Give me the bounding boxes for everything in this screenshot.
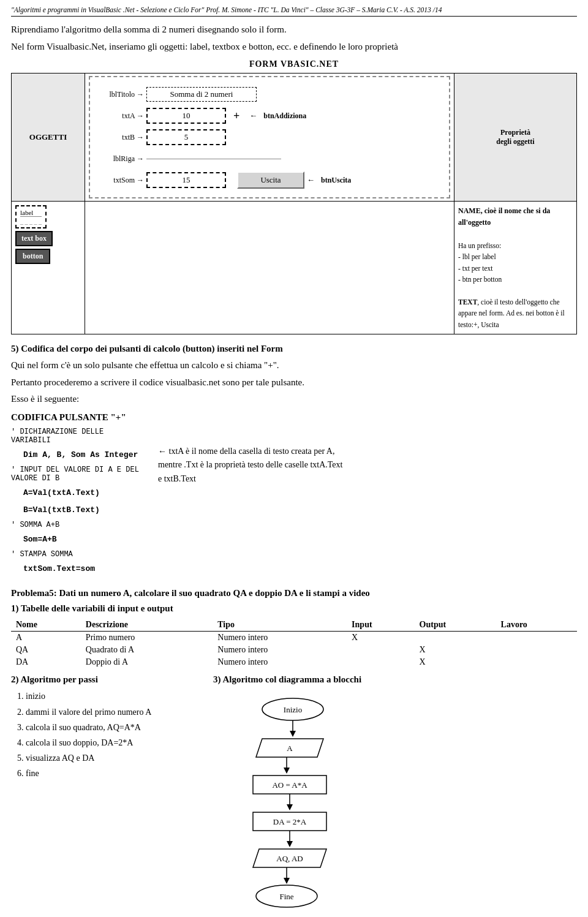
arrow-left-add: ← bbox=[249, 111, 257, 121]
form-row-riga: lblRiga → bbox=[95, 149, 444, 168]
btn-uscita-label: btnUscita bbox=[321, 176, 351, 185]
svg-marker-15 bbox=[287, 841, 293, 847]
plus-sign: + bbox=[233, 110, 239, 123]
lbl-titolo-box: Somma di 2 numeri bbox=[146, 87, 257, 102]
section5-line3: Esso è il seguente: bbox=[11, 392, 577, 406]
var-qa-desc: Quadrato di A bbox=[81, 644, 213, 656]
code-line1: Dim A, B, Som As Integer bbox=[23, 448, 146, 462]
var-da-desc: Doppio di A bbox=[81, 656, 213, 668]
page-header: "Algoritmi e programmi in VisualBasic .N… bbox=[11, 6, 577, 17]
col-tipo: Tipo bbox=[213, 619, 347, 632]
section5: 5) Codifica del corpo dei pulsanti di ca… bbox=[11, 342, 577, 406]
table-row: DA Doppio di A Numero intero X bbox=[11, 656, 577, 668]
svg-marker-3 bbox=[290, 731, 296, 737]
obj-label-dashed: label _ _ _ _ _ bbox=[15, 205, 47, 228]
code-line5: txtSom.Text=som bbox=[23, 562, 146, 576]
problem5-title: Problema5: Dati un numero A, calcolare i… bbox=[11, 588, 577, 598]
var-a-nome: A bbox=[11, 632, 81, 644]
section5-line1: Qui nel form c'è un solo pulsante che ef… bbox=[11, 358, 577, 372]
svg-marker-19 bbox=[284, 878, 290, 884]
col-lavoro: Lavoro bbox=[496, 619, 577, 632]
code-comment4: ' STAMPA SOMMA bbox=[11, 550, 146, 559]
oggetti-header: OGGETTI bbox=[12, 74, 85, 202]
var-a-desc: Primo numero bbox=[81, 632, 213, 644]
codifica-code: ' DICHIARAZIONE DELLE VARIABILI Dim A, B… bbox=[11, 428, 146, 579]
intro-line2: Nel form Visualbasic.Net, inseriamo gli … bbox=[11, 40, 577, 54]
prop-prefix-title: Ha un prefisso: bbox=[458, 240, 573, 251]
var-qa-input bbox=[347, 644, 414, 656]
codifica-title: CODIFICA PULSANTE "+" bbox=[11, 412, 577, 423]
table-row: A Primo numero Numero intero X bbox=[11, 632, 577, 644]
prop-text-title: TEXT, cioè il testo dell'oggetto che app… bbox=[458, 296, 573, 330]
prop-prefix-txt: - txt per text bbox=[458, 263, 573, 274]
codifica-section: CODIFICA PULSANTE "+" ' DICHIARAZIONE DE… bbox=[11, 412, 577, 579]
svg-text:AO = A*A: AO = A*A bbox=[272, 780, 307, 790]
algo-steps-section: 2) Algoritmo per passi 1. inizio 2. damm… bbox=[11, 674, 195, 917]
explain-line4: e txtB.Text bbox=[158, 472, 577, 486]
obj-button: botton bbox=[15, 249, 50, 264]
form-table-title: FORM VBASIC.NET bbox=[11, 59, 577, 69]
obj-textbox: text box bbox=[15, 231, 53, 246]
col-output: Output bbox=[415, 619, 496, 632]
lblriga-name: lblRiga → bbox=[95, 154, 144, 164]
var-da-input bbox=[347, 656, 414, 668]
var-da-output: X bbox=[415, 656, 496, 668]
txtsom-box: 15 bbox=[146, 172, 226, 188]
txtb-name: txtB → bbox=[95, 133, 144, 142]
explain-line2: ← txtA è il nome della casella di testo … bbox=[158, 445, 577, 458]
obj-label-inner2: _ _ _ _ _ bbox=[20, 218, 42, 225]
obj-label-inner: label bbox=[20, 209, 42, 217]
step-3: 3. calcola il suo quadrato, AQ=A*A bbox=[17, 720, 195, 735]
svg-text:Fine: Fine bbox=[279, 892, 293, 901]
section1-title: 1) Tabelle delle variabili di input e ou… bbox=[11, 603, 577, 614]
form-properties-table: OGGETTI lblTitolo → Somma di 2 numeri tx… bbox=[11, 73, 577, 334]
var-a-tipo: Numero intero bbox=[213, 632, 347, 644]
txtsom-name: txtSom → bbox=[95, 176, 144, 185]
flowchart-section: 3) Algoritmo col diagramma a blocchi Ini… bbox=[213, 674, 577, 917]
codifica-body: ' DICHIARAZIONE DELLE VARIABILI Dim A, B… bbox=[11, 428, 577, 579]
section5-line2: Pertanto procederemo a scrivere il codic… bbox=[11, 375, 577, 390]
form-visual: lblTitolo → Somma di 2 numeri txtA → 10 … bbox=[89, 76, 450, 198]
col-nome: Nome bbox=[11, 619, 81, 632]
flowchart-diagram: Inizio A AO = A*A bbox=[213, 691, 577, 917]
steps-list: 1. inizio 2. dammi il valore del primo n… bbox=[17, 689, 195, 781]
section3-title: 3) Algoritmo col diagramma a blocchi bbox=[213, 674, 577, 685]
section-variables: 1) Tabelle delle variabili di input e ou… bbox=[11, 603, 577, 668]
prop-name-title: NAME, cioè il nome che si da all'oggetto bbox=[458, 205, 573, 228]
code-line4-left: Som=A+B bbox=[23, 533, 146, 546]
form-table-section: FORM VBASIC.NET OGGETTI lblTitolo → Somm… bbox=[11, 59, 577, 334]
var-qa-output: X bbox=[415, 644, 496, 656]
svg-marker-7 bbox=[284, 768, 290, 774]
txta-box: 10 bbox=[146, 108, 226, 124]
btn-uscita-box[interactable]: Uscita bbox=[237, 172, 304, 189]
code-line3-left: B=Val(txtB.Text) bbox=[23, 504, 146, 517]
form-visual-cell: lblTitolo → Somma di 2 numeri txtA → 10 … bbox=[85, 74, 454, 202]
codifica-explanation: ← txtA è il nome della casella di testo … bbox=[158, 428, 577, 579]
svg-text:A: A bbox=[287, 744, 293, 753]
form-row-txtsom: txtSom → 15 Uscita ← btnUscita bbox=[95, 171, 444, 189]
props-content-cell: NAME, cioè il nome che si da all'oggetto… bbox=[454, 202, 577, 334]
form-row-txta: txtA → 10 + ← btnAddiziona bbox=[95, 107, 444, 125]
step-5: 5. visualizza AQ e DA bbox=[17, 750, 195, 766]
intro-section: Riprendiamo l'algoritmo della somma di 2… bbox=[11, 23, 577, 53]
table-row: QA Quadrato di A Numero intero X bbox=[11, 644, 577, 656]
svg-text:Inizio: Inizio bbox=[284, 705, 302, 714]
var-a-input: X bbox=[347, 632, 414, 644]
code-comment3: ' SOMMA A+B bbox=[11, 521, 146, 529]
code-comment2: ' INPUT DEL VALORE DI A E DEL VALORE DI … bbox=[11, 466, 146, 483]
txtb-box: 5 bbox=[146, 129, 226, 145]
step-2: 2. dammi il valore del primo numero A bbox=[17, 704, 195, 720]
svg-marker-11 bbox=[287, 804, 293, 810]
form-empty-cell bbox=[85, 202, 454, 334]
var-a-output bbox=[415, 632, 496, 644]
props-header: Proprietàdegli oggetti bbox=[454, 74, 577, 202]
col-descrizione: Descrizione bbox=[81, 619, 213, 632]
step-4: 4. calcola il suo doppio, DA=2*A bbox=[17, 735, 195, 750]
flowchart-svg: Inizio A AO = A*A bbox=[213, 691, 372, 917]
algo-two-col: 2) Algoritmo per passi 1. inizio 2. damm… bbox=[11, 674, 577, 917]
svg-text:DA = 2*A: DA = 2*A bbox=[273, 817, 307, 826]
riga-line bbox=[146, 159, 281, 159]
section2-title: 2) Algoritmo per passi bbox=[11, 674, 195, 685]
var-da-tipo: Numero intero bbox=[213, 656, 347, 668]
code-comment1: ' DICHIARAZIONE DELLE VARIABILI bbox=[11, 428, 146, 445]
